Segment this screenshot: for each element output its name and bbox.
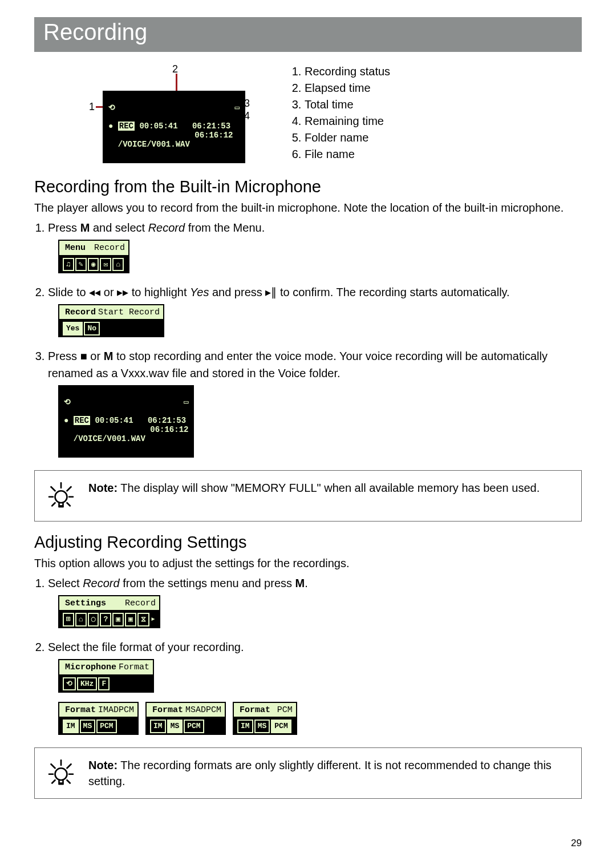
lcd-format-pcm: FormatPCM IMMSPCM: [233, 702, 297, 735]
svg-line-3: [67, 487, 71, 491]
svg-line-2: [51, 487, 55, 491]
stop-icon: ■: [80, 350, 87, 362]
lcd-record: RecordStart Record YesNo: [58, 304, 164, 338]
svg-line-14: [52, 780, 55, 783]
diagram-row: 2 1 3 4 5 6 ⟲▭ ● REC 00:05:41 06:21:53 0…: [34, 63, 582, 166]
s2-step2: Select the file format of your recording…: [48, 638, 582, 741]
s1-step3: Press ■ or M to stop recording and enter…: [48, 347, 582, 463]
diagram-legend: Recording status Elapsed time Total time…: [291, 63, 582, 163]
svg-line-7: [67, 503, 70, 506]
legend-2: Elapsed time: [305, 80, 582, 96]
section2-heading: Adjusting Recording Settings: [34, 533, 582, 552]
note-2-text: Note: The recording formats are only sli…: [88, 757, 571, 789]
legend-4: Remaining time: [305, 113, 582, 130]
svg-line-6: [52, 503, 55, 506]
s1-step1: Press M and select Record from the Menu.…: [48, 219, 582, 279]
note-1: Note: The display will show "MEMORY FULL…: [34, 470, 582, 522]
next-icon: ▸▸: [117, 286, 128, 298]
section1-intro: The player allows you to record from the…: [34, 200, 582, 216]
section2-intro: This option allows you to adjust the set…: [34, 555, 582, 571]
legend-1: Recording status: [305, 63, 582, 80]
legend-3: Total time: [305, 96, 582, 113]
note-2: Note: The recording formats are only sli…: [34, 747, 582, 799]
page-title-bar: Recording: [34, 17, 582, 52]
rec-screen-small: ⟲▭ ● REC 00:05:41 06:21:53 06:16:12 /VOI…: [58, 385, 194, 458]
svg-line-15: [67, 780, 70, 783]
lightbulb-icon: [45, 480, 77, 512]
page-number: 29: [571, 838, 582, 849]
section1-heading: Recording from the Built-in Microphone: [34, 177, 582, 196]
rec-screen-large: ⟲▭ ● REC 00:05:41 06:21:53 06:16:12 /VOI…: [103, 91, 245, 163]
legend-5: Folder name: [305, 130, 582, 146]
lcd-microphone: MicrophoneFormat ⟲KHzF: [58, 659, 154, 693]
legend-6: File name: [305, 146, 582, 163]
svg-line-10: [51, 764, 55, 768]
lcd-menu: MenuRecord ♫✎◉✉⌂: [58, 240, 129, 273]
svg-point-8: [55, 768, 67, 780]
page-title: Recording: [43, 19, 147, 45]
lcd-settings: SettingsRecord ⊞⌂◯?▣▣⧖▸: [58, 595, 160, 629]
playpause-icon: ▸∥: [265, 286, 277, 298]
svg-line-11: [67, 764, 71, 768]
annotated-screen-diagram: 2 1 3 4 5 6 ⟲▭ ● REC 00:05:41 06:21:53 0…: [68, 63, 257, 166]
callout-1: 1: [89, 101, 95, 113]
s1-step2: Slide to ◂◂ or ▸▸ to highlight Yes and p…: [48, 284, 582, 343]
prev-icon: ◂◂: [89, 286, 100, 298]
lcd-format-imadpcm: FormatIMADPCM IMMSPCM: [58, 702, 139, 735]
note-1-text: Note: The display will show "MEMORY FULL…: [88, 480, 540, 496]
s2-step1: Select Record from the settings menu and…: [48, 575, 582, 634]
svg-point-0: [55, 491, 67, 503]
section1-steps: Press M and select Record from the Menu.…: [34, 219, 582, 463]
section2-steps: Select Record from the settings menu and…: [34, 575, 582, 741]
lcd-format-msadpcm: FormatMSADPCM IMMSPCM: [145, 702, 226, 735]
lightbulb-icon: [45, 757, 77, 789]
